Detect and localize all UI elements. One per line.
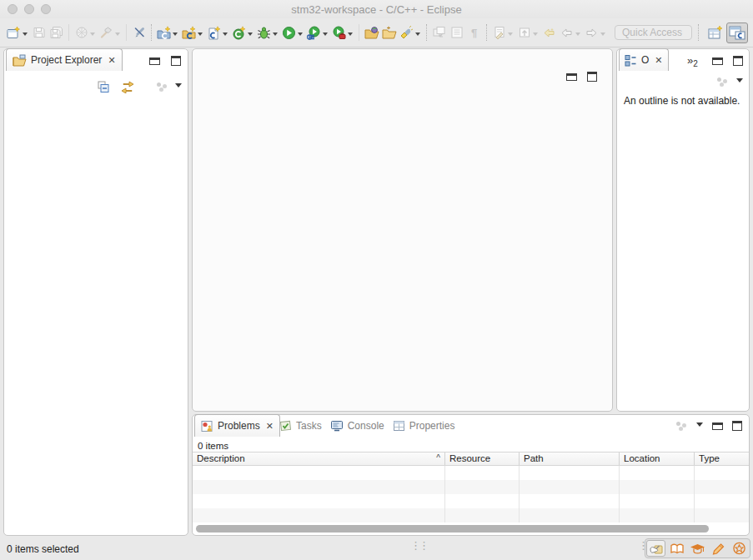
new-c-file-dropdown[interactable] <box>223 32 228 38</box>
new-cpp-project-button[interactable] <box>180 22 198 43</box>
explorer-maximize-button[interactable] <box>171 56 181 66</box>
tutorials-button[interactable] <box>688 540 707 557</box>
forward-dropdown[interactable] <box>600 32 605 38</box>
build-dropdown[interactable] <box>115 32 120 38</box>
table-row <box>193 508 749 522</box>
minimize-window-button[interactable] <box>24 4 34 14</box>
new-c-project-dropdown[interactable] <box>173 32 178 38</box>
run-button[interactable] <box>280 22 298 43</box>
show-whitespace-button[interactable]: ¶ <box>465 22 483 43</box>
save-all-button[interactable] <box>48 22 65 43</box>
build-all-button[interactable] <box>73 22 90 43</box>
explorer-focus-icon <box>156 82 168 92</box>
new-class-dropdown[interactable] <box>248 32 253 38</box>
new-class-button[interactable] <box>230 22 248 43</box>
open-resource-button[interactable] <box>448 22 465 43</box>
close-window-button[interactable] <box>8 4 18 14</box>
workbench-shortcut-button[interactable] <box>646 540 665 557</box>
tab-problems[interactable]: Problems ✕ <box>194 414 280 437</box>
back-to-last-edit-button[interactable] <box>540 22 558 43</box>
run-dropdown[interactable] <box>298 32 303 38</box>
problems-icon <box>201 420 213 432</box>
open-perspective-icon <box>708 25 724 40</box>
problems-minimize-button[interactable] <box>712 422 723 430</box>
save-button[interactable] <box>30 22 48 43</box>
overview-button[interactable] <box>667 540 686 557</box>
zoom-window-button[interactable] <box>41 4 51 14</box>
tab-properties[interactable]: Properties <box>393 420 455 432</box>
new-wizard-dropdown[interactable] <box>23 32 28 38</box>
new-cpp-project-dropdown[interactable] <box>198 32 203 38</box>
graduation-cap-icon <box>690 542 705 555</box>
tab-problems-close-icon[interactable]: ✕ <box>266 421 274 432</box>
debug-button[interactable] <box>255 22 273 43</box>
outline-maximize-button[interactable] <box>733 56 743 66</box>
tab-outline[interactable]: O ✕ <box>619 48 669 71</box>
samples-button[interactable] <box>709 540 728 557</box>
editor-maximize-button[interactable] <box>587 72 597 82</box>
circled-star-icon <box>732 542 746 555</box>
pencil-slash-button[interactable] <box>130 22 148 43</box>
column-location[interactable]: Location <box>620 452 695 465</box>
flashlight-icon <box>399 26 414 40</box>
go-into-dropdown[interactable] <box>533 32 538 38</box>
problems-view-menu-button[interactable] <box>696 422 703 430</box>
forward-button[interactable] <box>583 22 600 43</box>
search-dropdown[interactable] <box>415 32 420 38</box>
coverage-button[interactable] <box>305 22 323 43</box>
editor-minimize-button[interactable] <box>566 73 577 81</box>
problems-table: Description ^ Resource Path Location Typ… <box>193 452 749 522</box>
editor-area[interactable] <box>192 48 613 412</box>
cpp-perspective-icon <box>729 25 745 40</box>
column-resource[interactable]: Resource <box>445 452 520 465</box>
toggle-editor-link-button[interactable] <box>430 22 448 43</box>
new-c-project-button[interactable] <box>155 22 173 43</box>
explorer-view-menu-button[interactable] <box>175 83 182 91</box>
back-arrow-icon <box>560 27 574 39</box>
statusbar-grip-icon[interactable]: ⋮⋮ <box>410 539 427 552</box>
table-row <box>193 480 749 494</box>
cpp-perspective-button[interactable] <box>726 22 748 43</box>
build-all-dropdown[interactable] <box>90 32 95 38</box>
back-dropdown[interactable] <box>575 32 580 38</box>
outline-minimize-button[interactable] <box>712 58 723 65</box>
coverage-dropdown[interactable] <box>323 32 328 38</box>
external-tools-button[interactable] <box>330 22 348 43</box>
whats-new-button[interactable] <box>730 540 749 557</box>
view-overflow-button[interactable]: »2 <box>687 54 698 68</box>
load-binary-button[interactable] <box>363 22 380 43</box>
link-with-editor-button[interactable] <box>119 76 136 98</box>
horizontal-scrollbar-thumb[interactable] <box>196 525 709 532</box>
outline-panel: O ✕ »2 An outline is not available. <box>616 48 750 412</box>
collapse-all-button[interactable] <box>97 76 112 98</box>
tab-tasks[interactable]: Tasks <box>279 420 322 432</box>
document-pencil-icon <box>493 26 506 39</box>
column-type[interactable]: Type <box>695 452 749 465</box>
debug-dropdown[interactable] <box>273 32 278 38</box>
open-perspective-button[interactable] <box>705 22 726 43</box>
tab-outline-close-icon[interactable]: ✕ <box>655 55 662 66</box>
go-into-button[interactable] <box>515 22 533 43</box>
debug-bug-icon <box>257 26 271 40</box>
open-folder-button[interactable] <box>380 22 398 43</box>
console-icon <box>330 420 344 432</box>
external-tools-dropdown[interactable] <box>348 32 353 38</box>
tab-project-explorer-close-icon[interactable]: ✕ <box>108 55 115 66</box>
explorer-minimize-button[interactable] <box>149 58 160 65</box>
build-button[interactable] <box>98 22 115 43</box>
back-button[interactable] <box>558 22 575 43</box>
new-c-file-button[interactable] <box>205 22 223 43</box>
tab-outline-label: O <box>641 54 649 66</box>
new-wizard-button[interactable] <box>5 22 23 43</box>
search-button[interactable] <box>398 22 415 43</box>
last-edit-dropdown[interactable] <box>508 32 513 38</box>
tab-project-explorer[interactable]: Project Explorer ✕ <box>6 48 123 71</box>
quick-access-input[interactable] <box>615 25 692 40</box>
last-edit-location-button[interactable] <box>490 22 508 43</box>
problems-maximize-button[interactable] <box>732 421 742 431</box>
horizontal-scrollbar[interactable] <box>195 525 746 532</box>
outline-view-menu-button[interactable] <box>736 78 743 86</box>
tab-console[interactable]: Console <box>330 420 384 432</box>
column-description[interactable]: Description ^ <box>193 452 445 465</box>
column-path[interactable]: Path <box>520 452 620 465</box>
